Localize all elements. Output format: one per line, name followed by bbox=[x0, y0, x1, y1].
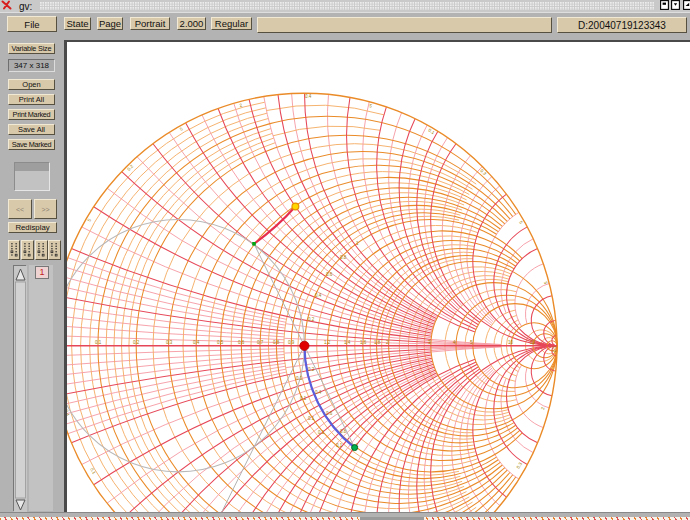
svg-text:0.1: 0.1 bbox=[296, 376, 303, 381]
svg-text:0.1: 0.1 bbox=[300, 396, 307, 401]
svg-text:5: 5 bbox=[518, 220, 524, 225]
svg-text:2: 2 bbox=[239, 102, 243, 108]
svg-text:0.2: 0.2 bbox=[133, 340, 140, 345]
svg-text:0.2: 0.2 bbox=[308, 367, 315, 372]
svg-text:0.4: 0.4 bbox=[315, 390, 322, 395]
svg-text:0.1: 0.1 bbox=[318, 430, 325, 435]
svg-text:0.1: 0.1 bbox=[95, 340, 102, 345]
svg-text:0.2: 0.2 bbox=[308, 317, 315, 322]
svg-text:0.1: 0.1 bbox=[336, 443, 343, 448]
svg-text:1.2: 1.2 bbox=[324, 340, 331, 345]
svg-text:0.9: 0.9 bbox=[288, 340, 295, 345]
svg-text:0.4: 0.4 bbox=[305, 94, 312, 99]
svg-text:0.3: 0.3 bbox=[551, 346, 556, 353]
svg-text:0.1: 0.1 bbox=[308, 416, 315, 421]
svg-text:10: 10 bbox=[508, 340, 514, 345]
svg-text:0.8: 0.8 bbox=[340, 255, 347, 260]
svg-text:0.6: 0.6 bbox=[326, 272, 333, 277]
svg-text:20: 20 bbox=[530, 340, 536, 345]
svg-text:0.1: 0.1 bbox=[89, 467, 97, 475]
svg-text:0.6: 0.6 bbox=[326, 411, 333, 416]
svg-text:1.4: 1.4 bbox=[344, 340, 351, 345]
svg-text:1.8: 1.8 bbox=[374, 340, 381, 345]
svg-text:0.3: 0.3 bbox=[166, 340, 173, 345]
svg-text:0.6: 0.6 bbox=[238, 340, 245, 345]
svg-text:0.8: 0.8 bbox=[273, 340, 280, 345]
svg-text:5: 5 bbox=[369, 103, 373, 109]
svg-text:0.3: 0.3 bbox=[516, 461, 524, 469]
svg-text:5: 5 bbox=[179, 126, 184, 132]
svg-text:0.4: 0.4 bbox=[193, 340, 200, 345]
svg-text:5: 5 bbox=[87, 217, 93, 222]
svg-text:1.6: 1.6 bbox=[360, 340, 367, 345]
svg-text:0.4: 0.4 bbox=[315, 293, 322, 298]
svg-text:0.5: 0.5 bbox=[217, 340, 224, 345]
svg-text:0.2: 0.2 bbox=[126, 163, 134, 171]
svg-text:0.7: 0.7 bbox=[257, 340, 264, 345]
